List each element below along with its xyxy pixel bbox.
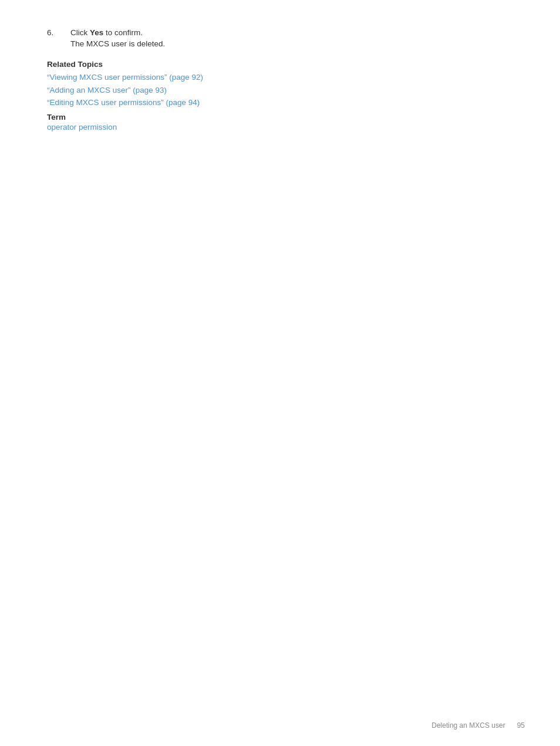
term-link-permission[interactable]: permission [76, 123, 117, 131]
related-link-3[interactable]: “Editing MXCS user permissions” (page 94… [47, 96, 513, 109]
step-6: 6. Click Yes to confirm. [47, 28, 513, 37]
step-instruction: Click Yes to confirm. [70, 28, 143, 37]
page-footer: Deleting an MXCS user 95 [431, 721, 525, 730]
page-content: 6. Click Yes to confirm. The MXCS user i… [0, 0, 560, 178]
footer-page-number: 95 [517, 721, 525, 730]
step-result: The MXCS user is deleted. [70, 39, 513, 48]
term-section: Term operator permission [47, 113, 513, 131]
yes-keyword: Yes [90, 28, 103, 37]
related-link-1[interactable]: “Viewing MXCS user permissions” (page 92… [47, 71, 513, 84]
related-link-2[interactable]: “Adding an MXCS user” (page 93) [47, 84, 513, 97]
step-number: 6. [47, 28, 70, 37]
term-link-operator[interactable]: operator [47, 123, 76, 131]
term-title: Term [47, 113, 513, 121]
related-topics-title: Related Topics [47, 60, 513, 69]
related-topics-section: Related Topics “Viewing MXCS user permis… [47, 60, 513, 109]
footer-label: Deleting an MXCS user [431, 721, 505, 730]
